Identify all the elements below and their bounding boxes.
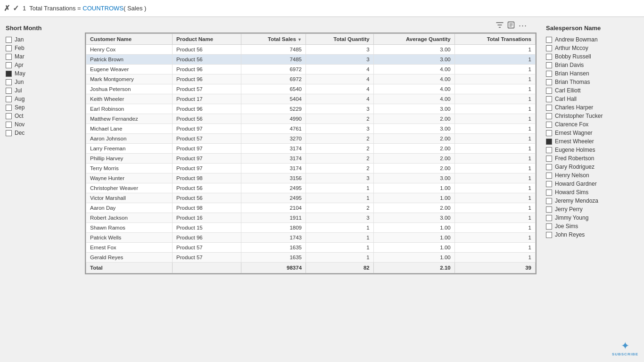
table-row[interactable]: Aaron DayProduct 98210422.001 (86, 203, 536, 213)
salesperson-filter-item[interactable]: Gary Rodriguez (546, 164, 638, 170)
checkbox-box (546, 113, 552, 119)
checkbox-box (6, 71, 12, 77)
col-header-average-quantity[interactable]: Average Quantity (373, 34, 454, 45)
salesperson-filter-item[interactable]: Howard Gardner (546, 181, 638, 187)
table-row[interactable]: Gerald ReyesProduct 57163511.001 (86, 253, 536, 263)
table-cell-customer-name: Patrick Brown (86, 55, 173, 65)
table-cell-total-sales: 6972 (241, 65, 306, 74)
month-filter-item[interactable]: Oct (6, 113, 79, 119)
salesperson-filter-item[interactable]: Jeremy Mendoza (546, 197, 638, 204)
month-filter-item[interactable]: Jul (6, 87, 79, 94)
table-row[interactable]: Keith WheelerProduct 17540444.001 (86, 94, 536, 104)
col-header-total-transations[interactable]: Total Transations (454, 34, 535, 45)
table-scroll-wrapper[interactable]: Customer Name Product Name Total Sales ▼… (86, 33, 536, 273)
table-row[interactable]: Patrick BrownProduct 56748533.001 (86, 55, 536, 65)
table-cell-total-quantity: 1 (306, 223, 374, 233)
table-row[interactable]: Shawn RamosProduct 15180911.001 (86, 223, 536, 233)
month-filter-item[interactable]: Dec (6, 130, 79, 136)
col-header-product-name[interactable]: Product Name (173, 34, 241, 45)
table-row[interactable]: Joshua PetersonProduct 57654044.001 (86, 84, 536, 94)
salesperson-filter-item[interactable]: Henry Nelson (546, 172, 638, 179)
table-cell-total-sales: 2495 (241, 183, 306, 193)
month-filter-item[interactable]: Nov (6, 121, 79, 128)
table-row[interactable]: Victor MarshallProduct 56249511.001 (86, 193, 536, 203)
table-cell-total-sales: 1635 (241, 253, 306, 263)
table-cell-product-name: Product 96 (173, 233, 241, 243)
salesperson-filter-item[interactable]: John Reyes (546, 231, 638, 238)
col-header-total-sales[interactable]: Total Sales ▼ (241, 34, 306, 45)
table-cell-customer-name: Aaron Day (86, 203, 173, 213)
salesperson-filter-item[interactable]: Brian Thomas (546, 79, 638, 85)
table-cell-product-name: Product 98 (173, 173, 241, 183)
table-cell-product-name: Product 97 (173, 144, 241, 154)
table-row[interactable]: Larry FreemanProduct 97317422.001 (86, 144, 536, 154)
table-row[interactable]: Robert JacksonProduct 16191133.001 (86, 213, 536, 223)
table-cell-average-quantity: 2.00 (373, 164, 454, 173)
salesperson-filter-item[interactable]: Ernest Wheeler (546, 138, 638, 145)
salesperson-filter-item[interactable]: Brian Davis (546, 62, 638, 68)
table-row[interactable]: Earl RobinsonProduct 96522933.001 (86, 104, 536, 114)
salesperson-label: Brian Hansen (555, 70, 589, 77)
col-header-total-quantity[interactable]: Total Quantity (306, 34, 374, 45)
salesperson-filter-item[interactable]: Andrew Bowman (546, 36, 638, 43)
table-row[interactable]: Ernest FoxProduct 57163511.001 (86, 243, 536, 253)
salesperson-filter-item[interactable]: Brian Hansen (546, 70, 638, 77)
table-row[interactable]: Terry MorrisProduct 97317422.001 (86, 164, 536, 173)
formula-content: Total Transations = COUNTROWS( Sales ) (29, 5, 146, 12)
table-row[interactable]: Mark MontgomeryProduct 96697244.001 (86, 74, 536, 84)
salesperson-filter-item[interactable]: Charles Harper (546, 104, 638, 111)
table-row[interactable]: Phillip HarveyProduct 97317422.001 (86, 154, 536, 164)
table-row[interactable]: Matthew FernandezProduct 56499022.001 (86, 114, 536, 124)
month-filter-item[interactable]: Jun (6, 79, 79, 85)
expand-icon[interactable] (507, 21, 515, 30)
salesperson-label: Charles Harper (555, 104, 593, 111)
month-filter-item[interactable]: May (6, 70, 79, 77)
table-row[interactable]: Christopher WeaverProduct 56249511.001 (86, 183, 536, 193)
salesperson-filter-item[interactable]: Bobby Russell (546, 53, 638, 60)
salesperson-filter-item[interactable]: Eugene Holmes (546, 147, 638, 153)
table-cell-total-quantity: 2 (306, 134, 374, 144)
table-row[interactable]: Henry CoxProduct 56748533.001 (86, 45, 536, 55)
month-filter-item[interactable]: Jan (6, 36, 79, 43)
table-row[interactable]: Wayne HunterProduct 98315633.001 (86, 173, 536, 183)
month-filter-list: JanFebMarAprMayJunJulAugSepOctNovDec (6, 36, 79, 136)
footer-empty (173, 263, 241, 273)
salesperson-filter-item[interactable]: Jimmy Young (546, 214, 638, 221)
table-row[interactable]: Aaron JohnsonProduct 57327022.001 (86, 134, 536, 144)
table-cell-total-sales: 3174 (241, 154, 306, 164)
checkbox-box (6, 113, 12, 119)
table-row[interactable]: Michael LaneProduct 97476133.001 (86, 124, 536, 134)
salesperson-filter-item[interactable]: Carl Hall (546, 96, 638, 102)
salesperson-filter-item[interactable]: Fred Robertson (546, 155, 638, 162)
filter-icon[interactable] (496, 21, 504, 30)
more-options-icon[interactable]: ··· (519, 21, 527, 31)
month-filter-item[interactable]: Feb (6, 45, 79, 51)
col-header-customer-name[interactable]: Customer Name (86, 34, 173, 45)
salesperson-filter-item[interactable]: Joe Sims (546, 223, 638, 230)
table-cell-total-sales: 3174 (241, 164, 306, 173)
cancel-icon[interactable]: ✗ (4, 4, 10, 13)
formula-text: 1 Total Transations = COUNTROWS( Sales ) (23, 5, 640, 12)
table-row[interactable]: Eugene WeaverProduct 96697244.001 (86, 65, 536, 74)
checkbox-label: Aug (15, 96, 25, 102)
table-cell-total-sales: 1911 (241, 213, 306, 223)
checkbox-box (6, 37, 12, 43)
checkbox-box (6, 62, 12, 68)
salesperson-filter-item[interactable]: Christopher Tucker (546, 113, 638, 119)
salesperson-filter-item[interactable]: Arthur Mccoy (546, 45, 638, 51)
salesperson-filter-item[interactable]: Clarence Fox (546, 121, 638, 128)
salesperson-filter-item[interactable]: Jerry Perry (546, 206, 638, 213)
table-cell-customer-name: Henry Cox (86, 45, 173, 55)
table-row[interactable]: Patrick WellsProduct 96174311.001 (86, 233, 536, 243)
confirm-icon[interactable]: ✓ (13, 4, 19, 13)
month-filter-item[interactable]: Apr (6, 62, 79, 68)
month-filter-item[interactable]: Mar (6, 53, 79, 60)
salesperson-filter-item[interactable]: Carl Elliott (546, 87, 638, 94)
table-cell-total-quantity: 3 (306, 55, 374, 65)
salesperson-label: Ernest Wagner (555, 130, 593, 136)
salesperson-filter-item[interactable]: Howard Sims (546, 189, 638, 196)
month-filter-item[interactable]: Sep (6, 104, 79, 111)
checkbox-box (546, 45, 552, 51)
month-filter-item[interactable]: Aug (6, 96, 79, 102)
salesperson-filter-item[interactable]: Ernest Wagner (546, 130, 638, 136)
